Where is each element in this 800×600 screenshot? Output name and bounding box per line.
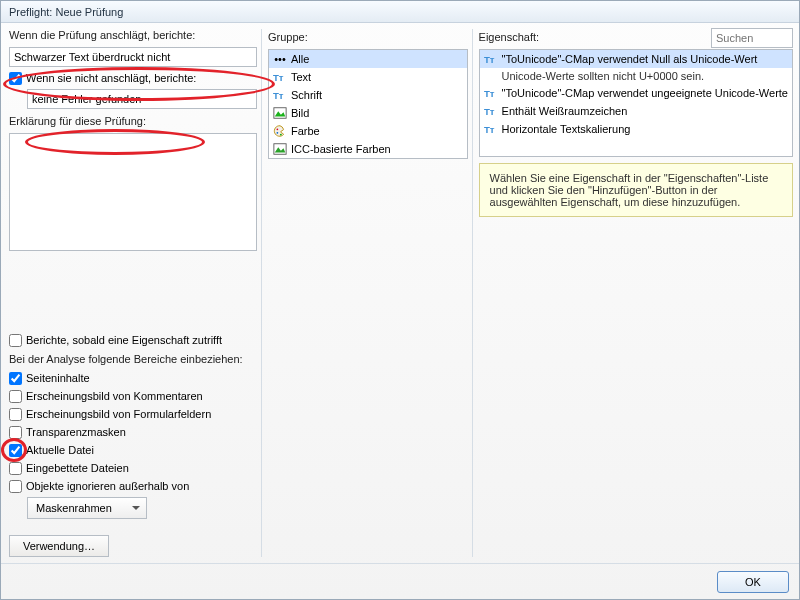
checkbox-comments-label: Erscheinungsbild von Kommentaren bbox=[26, 389, 203, 403]
checkbox-formfields[interactable]: Erscheinungsbild von Formularfeldern bbox=[9, 407, 257, 421]
group-item-bild[interactable]: Bild bbox=[269, 104, 467, 122]
footer: OK bbox=[1, 563, 799, 599]
tt-icon: Tт bbox=[484, 122, 498, 136]
label-property: Eigenschaft: bbox=[479, 31, 540, 43]
property-item-label: Horizontale Textskalierung bbox=[502, 123, 631, 135]
checkbox-report-property[interactable]: Berichte, sobald eine Eigenschaft zutrif… bbox=[9, 333, 257, 347]
icc-icon bbox=[273, 142, 287, 156]
input-fires[interactable] bbox=[9, 47, 257, 67]
label-explain: Erklärung für diese Prüfung: bbox=[9, 115, 257, 127]
checkbox-pagecontent-box[interactable] bbox=[9, 372, 22, 385]
dialog-body: Wenn die Prüfung anschlägt, berichte: We… bbox=[1, 23, 799, 563]
group-item-label: Schrift bbox=[291, 89, 322, 101]
preflight-window: Preflight: Neue Prüfung Wenn die Prüfung… bbox=[0, 0, 800, 600]
group-item-label: Alle bbox=[291, 53, 309, 65]
property-listbox[interactable]: Tт "ToUnicode"-CMap verwendet Null als U… bbox=[479, 49, 793, 157]
group-item-label: Text bbox=[291, 71, 311, 83]
svg-text:Tт: Tт bbox=[484, 88, 495, 99]
property-item-label: "ToUnicode"-CMap verwendet ungeeignete U… bbox=[502, 87, 788, 99]
property-item[interactable]: Tт "ToUnicode"-CMap verwendet Null als U… bbox=[480, 50, 792, 68]
svg-text:Tт: Tт bbox=[273, 72, 284, 83]
hint-text: Wählen Sie eine Eigenschaft in der "Eige… bbox=[490, 172, 769, 208]
svg-rect-2 bbox=[274, 108, 286, 119]
checkbox-notfires-label: Wenn sie nicht anschlägt, berichte: bbox=[26, 71, 196, 85]
checkbox-pagecontent-label: Seiteninhalte bbox=[26, 371, 90, 385]
svg-text:Tт: Tт bbox=[484, 106, 495, 117]
property-item-label: "ToUnicode"-CMap verwendet Null als Unic… bbox=[502, 53, 758, 65]
dropdown-maskframe[interactable]: Maskenrahmen bbox=[27, 497, 147, 519]
checkbox-comments[interactable]: Erscheinungsbild von Kommentaren bbox=[9, 389, 257, 403]
textarea-explain[interactable] bbox=[9, 133, 257, 251]
input-notfires[interactable] bbox=[27, 89, 257, 109]
checkbox-transparency-label: Transparenzmasken bbox=[26, 425, 126, 439]
property-item[interactable]: Tт "ToUnicode"-CMap verwendet ungeeignet… bbox=[480, 84, 792, 102]
left-column: Wenn die Prüfung anschlägt, berichte: We… bbox=[9, 29, 257, 557]
hint-box: Wählen Sie eine Eigenschaft in der "Eige… bbox=[479, 163, 793, 217]
dots-icon: ••• bbox=[273, 52, 287, 66]
group-item-text[interactable]: Tт Text bbox=[269, 68, 467, 86]
property-item[interactable]: Tт Enthält Weißraumzeichen bbox=[480, 102, 792, 120]
checkbox-embedded-label: Eingebettete Dateien bbox=[26, 461, 129, 475]
group-item-schrift[interactable]: Tт Schrift bbox=[269, 86, 467, 104]
tt-icon: Tт bbox=[484, 52, 498, 66]
group-listbox[interactable]: ••• Alle Tт Text Tт Schrift Bild Far bbox=[268, 49, 468, 159]
checkbox-ignore-box[interactable] bbox=[9, 480, 22, 493]
group-item-label: Farbe bbox=[291, 125, 320, 137]
image-icon bbox=[273, 106, 287, 120]
label-group: Gruppe: bbox=[268, 31, 308, 43]
group-item-label: Bild bbox=[291, 107, 309, 119]
property-item-label: Unicode-Werte sollten nicht U+0000 sein. bbox=[502, 70, 705, 82]
checkbox-ignore-label: Objekte ignorieren außerhalb von bbox=[26, 479, 189, 493]
property-item-sub[interactable]: Unicode-Werte sollten nicht U+0000 sein. bbox=[480, 68, 792, 84]
svg-text:Tт: Tт bbox=[484, 54, 495, 65]
property-item-label: Enthält Weißraumzeichen bbox=[502, 105, 628, 117]
group-item-alle[interactable]: ••• Alle bbox=[269, 50, 467, 68]
checkbox-ignore[interactable]: Objekte ignorieren außerhalb von bbox=[9, 479, 257, 493]
tt-icon: Tт bbox=[484, 104, 498, 118]
checkbox-notfires[interactable]: Wenn sie nicht anschlägt, berichte: bbox=[9, 71, 257, 85]
checkbox-transparency-box[interactable] bbox=[9, 426, 22, 439]
group-item-icc[interactable]: ICC-basierte Farben bbox=[269, 140, 467, 158]
checkbox-formfields-label: Erscheinungsbild von Formularfeldern bbox=[26, 407, 211, 421]
palette-icon bbox=[273, 124, 287, 138]
svg-point-6 bbox=[280, 134, 282, 136]
group-item-label: ICC-basierte Farben bbox=[291, 143, 391, 155]
svg-text:Tт: Tт bbox=[484, 124, 495, 135]
group-item-farbe[interactable]: Farbe bbox=[269, 122, 467, 140]
checkbox-formfields-box[interactable] bbox=[9, 408, 22, 421]
label-fires: Wenn die Prüfung anschlägt, berichte: bbox=[9, 29, 257, 41]
checkbox-comments-box[interactable] bbox=[9, 390, 22, 403]
checkbox-pagecontent[interactable]: Seiteninhalte bbox=[9, 371, 257, 385]
middle-column: Gruppe: ••• Alle Tт Text Tт Schrift Bild bbox=[261, 29, 468, 557]
checkbox-report-property-box[interactable] bbox=[9, 334, 22, 347]
checkbox-transparency[interactable]: Transparenzmasken bbox=[9, 425, 257, 439]
checkbox-currentfile-label: Aktuelle Datei bbox=[26, 443, 94, 457]
svg-rect-7 bbox=[274, 144, 286, 155]
checkbox-embedded[interactable]: Eingebettete Dateien bbox=[9, 461, 257, 475]
svg-point-4 bbox=[277, 128, 279, 130]
svg-point-5 bbox=[277, 132, 279, 134]
search-input[interactable] bbox=[711, 28, 793, 48]
svg-text:Tт: Tт bbox=[273, 90, 284, 101]
checkbox-embedded-box[interactable] bbox=[9, 462, 22, 475]
property-item[interactable]: Tт Horizontale Textskalierung bbox=[480, 120, 792, 138]
tt-icon: Tт bbox=[484, 86, 498, 100]
tt-icon: Tт bbox=[273, 88, 287, 102]
usage-button[interactable]: Verwendung… bbox=[9, 535, 109, 557]
tt-icon: Tт bbox=[273, 70, 287, 84]
checkbox-report-property-label: Berichte, sobald eine Eigenschaft zutrif… bbox=[26, 333, 222, 347]
ok-button[interactable]: OK bbox=[717, 571, 789, 593]
label-analysis: Bei der Analyse folgende Bereiche einbez… bbox=[9, 353, 257, 365]
right-column: Eigenschaft: Tт "ToUnicode"-CMap verwend… bbox=[472, 29, 793, 557]
checkbox-notfires-box[interactable] bbox=[9, 72, 22, 85]
window-title: Preflight: Neue Prüfung bbox=[9, 6, 123, 18]
checkbox-currentfile[interactable]: Aktuelle Datei bbox=[9, 443, 257, 457]
checkbox-currentfile-box[interactable] bbox=[9, 444, 22, 457]
titlebar: Preflight: Neue Prüfung bbox=[1, 1, 799, 23]
